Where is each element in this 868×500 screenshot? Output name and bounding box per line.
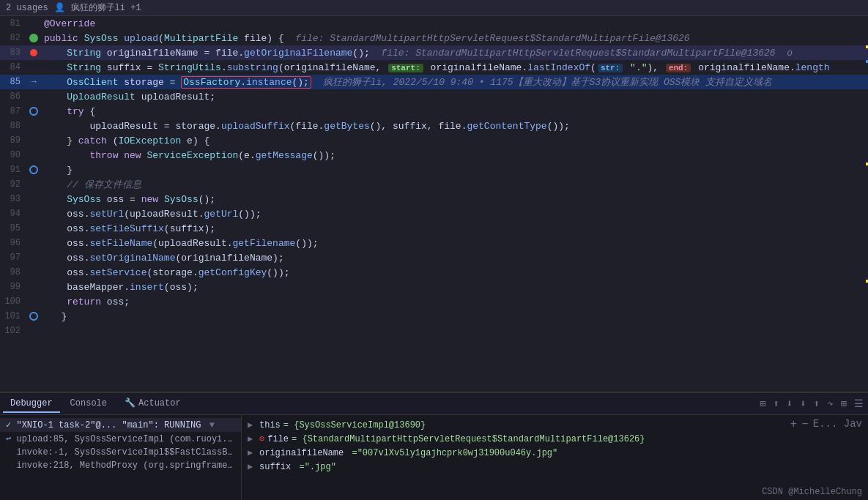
layout-icon[interactable]: ⊞	[758, 396, 767, 411]
line-number-94: 94	[0, 209, 26, 219]
var-name-this: this	[259, 420, 281, 430]
expand-file[interactable]	[248, 433, 256, 444]
filter-icon[interactable]: ▼	[209, 420, 215, 430]
line-number-91: 91	[0, 165, 26, 175]
expand-this[interactable]	[248, 419, 256, 430]
code-content-94: oss.setUrl(uploadResult.getUrl());	[41, 209, 868, 220]
thread-label-1: upload:85, SysOssServiceImpl (com.ruoyi.…	[16, 434, 241, 444]
line-number-98: 98	[0, 267, 26, 277]
code-line-81: 81 @Override	[0, 16, 868, 31]
editor-area: 2 usages 👤 疯狂的狮子li +1 81 @Override 82 pu…	[0, 0, 868, 392]
code-line-99: 99 baseMapper.insert(oss);	[0, 280, 868, 294]
code-content-88: uploadResult = storage.uploadSuffix(file…	[41, 121, 868, 132]
line-number-93: 93	[0, 194, 26, 204]
bookmark-87	[29, 107, 38, 116]
line-number-101: 101	[0, 311, 26, 321]
resume-icon[interactable]: ⬆	[771, 396, 780, 411]
java-label: E... Jav	[813, 418, 862, 431]
tab-toolbar: ⊞ ⬆ ⬇ ⬇ ⬆ ↷ ⊞ ☰	[758, 396, 865, 411]
code-content-95: oss.setFileSuffix(suffix);	[41, 223, 868, 234]
code-content-90: throw new ServiceException(e.getMessage(…	[41, 150, 868, 161]
thread-item-2[interactable]: invoke:-1, SysOssServiceImpl$$FastClassB…	[0, 446, 241, 459]
line-number-99: 99	[0, 282, 26, 292]
tab-actuator[interactable]: 🔧 Actuator	[117, 395, 188, 413]
thread-item-0[interactable]: ✓ "XNIO-1 task-2"@... "main": RUNNING ▼	[0, 418, 241, 432]
code-line-91: 91 }	[0, 163, 868, 177]
thread-panel: ✓ "XNIO-1 task-2"@... "main": RUNNING ▼ …	[0, 415, 242, 500]
thread-label-3: invoke:218, MethodProxy (org.springframe…	[6, 460, 241, 471]
code-content-91: }	[41, 165, 868, 176]
breakpoint-83	[30, 49, 37, 56]
expand-originalfilename[interactable]	[248, 447, 256, 458]
code-line-101: 101 }	[0, 309, 868, 324]
var-val-originalfilename-str: "007vlXv5ly1gajhcprk0wj31900u046y.jpg"	[357, 448, 558, 458]
code-line-100: 100 return oss;	[0, 294, 868, 309]
code-content-89: } catch (IOException e) {	[41, 135, 868, 146]
bookmark-101	[29, 312, 38, 321]
bookmark-91	[29, 165, 38, 174]
usages-count: 2 usages	[6, 3, 48, 13]
thread-item-3[interactable]: invoke:218, MethodProxy (org.springframe…	[0, 459, 241, 472]
thread-label-2: invoke:-1, SysOssServiceImpl$$FastClassB…	[6, 447, 241, 458]
code-content-99: baseMapper.insert(oss);	[41, 282, 868, 293]
line-number-102: 102	[0, 326, 26, 336]
var-row-this[interactable]: this = {SysOssServiceImpl@13690}	[248, 418, 862, 432]
settings-icon[interactable]: ☰	[853, 396, 865, 411]
code-content-93: SysOss oss = new SysOss();	[41, 194, 868, 205]
tab-debugger[interactable]: Debugger	[3, 395, 60, 413]
code-content-98: oss.setService(storage.getConfigKey());	[41, 267, 868, 278]
csdn-label: CSDN @MichelleChung	[762, 487, 862, 497]
code-line-89: 89 } catch (IOException e) {	[0, 133, 868, 148]
code-line-97: 97 oss.setOriginalName(originalfileName)…	[0, 250, 868, 265]
var-row-originalfilename[interactable]: originalfileName = "007vlXv5ly1gajhcprk0…	[248, 446, 862, 460]
code-content-87: try {	[41, 106, 868, 117]
evaluate-icon[interactable]: ⊞	[839, 396, 848, 411]
bottom-content: ✓ "XNIO-1 task-2"@... "main": RUNNING ▼ …	[0, 415, 868, 500]
var-val-this: = {SysOssServiceImpl@13690}	[283, 420, 426, 430]
actuator-icon: 🔧	[125, 398, 136, 408]
code-content-100: return oss;	[41, 296, 868, 307]
code-line-98: 98 oss.setService(storage.getConfigKey()…	[0, 265, 868, 280]
var-row-file[interactable]: ⊙ file = {StandardMultipartHttpServletRe…	[248, 432, 862, 446]
check-icon-0: ✓	[6, 420, 11, 430]
var-row-suffix[interactable]: suffix = ".jpg"	[248, 460, 862, 474]
code-line-82: 82 public SysOss upload(MultipartFile fi…	[0, 31, 868, 45]
gutter-87	[26, 107, 41, 116]
var-name-suffix: suffix	[259, 462, 291, 472]
line-number-92: 92	[0, 179, 26, 190]
right-scrollbar-marks	[864, 16, 868, 392]
code-container: 81 @Override 82 public SysOss upload(Mul…	[0, 16, 868, 392]
code-content-92: // 保存文件信息	[41, 178, 868, 191]
line-number-83: 83	[0, 48, 26, 58]
code-line-95: 95 oss.setFileSuffix(suffix);	[0, 221, 868, 236]
gutter-82	[26, 34, 41, 42]
tab-console[interactable]: Console	[63, 395, 114, 413]
code-content-81: @Override	[41, 18, 868, 29]
bottom-panel: Debugger Console 🔧 Actuator ⊞ ⬆ ⬇ ⬇ ⬆ ↷ …	[0, 392, 868, 500]
code-content-85: OssClient storage = OssFactory.instance(…	[41, 75, 868, 89]
var-val-originalfilename: =	[346, 448, 357, 458]
run-to-cursor-icon[interactable]: ↷	[826, 396, 834, 411]
step-out-icon[interactable]: ⬆	[812, 396, 821, 411]
step-into-icon[interactable]: ⬇	[798, 396, 807, 411]
code-line-92: 92 // 保存文件信息	[0, 177, 868, 192]
line-number-96: 96	[0, 238, 26, 248]
code-line-90: 90 throw new ServiceException(e.getMessa…	[0, 148, 868, 163]
thread-label-0: "XNIO-1 task-2"@... "main": RUNNING	[16, 420, 201, 430]
add-watch-button[interactable]: +	[790, 418, 798, 431]
remove-watch-button[interactable]: −	[801, 418, 809, 431]
usages-author: 疯狂的狮子li +1	[71, 1, 141, 14]
line-number-85: 85	[0, 77, 26, 87]
gutter-83	[26, 49, 41, 56]
line-number-86: 86	[0, 92, 26, 102]
expand-suffix[interactable]	[248, 461, 256, 472]
gutter-101	[26, 312, 41, 321]
thread-item-1[interactable]: ↩ upload:85, SysOssServiceImpl (com.ruoy…	[0, 432, 241, 446]
line-number-95: 95	[0, 223, 26, 234]
code-line-83: 83 String originalfileName = file.getOri…	[0, 45, 868, 60]
step-over-icon[interactable]: ⬇	[785, 396, 794, 411]
panel-actions: + − E... Jav	[790, 418, 862, 431]
code-line-88: 88 uploadResult = storage.uploadSuffix(f…	[0, 119, 868, 133]
line-number-84: 84	[0, 62, 26, 72]
code-line-96: 96 oss.setFileName(uploadResult.getFilen…	[0, 236, 868, 250]
